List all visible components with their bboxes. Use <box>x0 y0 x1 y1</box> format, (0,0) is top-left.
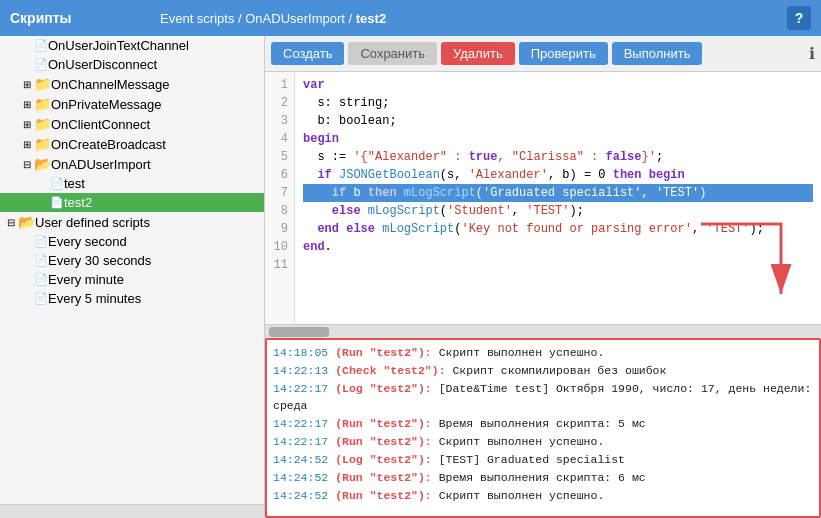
line-number: 11 <box>271 256 288 274</box>
tree-item-label: OnUserDisconnect <box>48 57 157 72</box>
code-line: end else mLogScript('Key not found or pa… <box>303 220 813 238</box>
line-numbers: 1234567891011 <box>265 72 295 324</box>
tree-item-label: OnPrivateMessage <box>51 97 162 112</box>
scrollbar-thumb[interactable] <box>269 327 329 337</box>
log-text: Скрипт скомпилирован без ошибок <box>446 364 667 377</box>
tree-item-onclientconnect[interactable]: ⊞📁 OnClientConnect <box>0 114 264 134</box>
code-scrollbar[interactable] <box>265 324 821 338</box>
line-number: 8 <box>271 202 288 220</box>
tree-item-onchannelmessage[interactable]: ⊞📁 OnChannelMessage <box>0 74 264 94</box>
log-action: (Run "test2"): <box>335 435 432 448</box>
code-line: b: boolean; <box>303 112 813 130</box>
tree-item-onuserjoin[interactable]: 📄 OnUserJoinTextChannel <box>0 36 264 55</box>
toolbar: Создать Сохранить Удалить Проверить Выпо… <box>265 36 821 72</box>
breadcrumb: Event scripts / OnADUserImport / test2 <box>150 11 787 26</box>
line-number: 2 <box>271 94 288 112</box>
tree-item-label: OnUserJoinTextChannel <box>48 38 189 53</box>
folder-icon: 📁 <box>34 96 51 112</box>
folder-icon: 📂 <box>18 214 35 230</box>
log-time: 14:22:13 <box>273 364 328 377</box>
expand-icon[interactable]: ⊞ <box>20 97 34 111</box>
main-layout: 📄 OnUserJoinTextChannel📄 OnUserDisconnec… <box>0 36 821 518</box>
tree-item-label: Every minute <box>48 272 124 287</box>
folder-icon: 📂 <box>34 156 51 172</box>
code-editor[interactable]: 1234567891011 var s: string; b: boolean;… <box>265 72 821 324</box>
tree-item-oncreatebroadcast[interactable]: ⊞📁 OnCreateBroadcast <box>0 134 264 154</box>
log-action: (Run "test2"): <box>335 346 432 359</box>
save-button[interactable]: Сохранить <box>348 42 437 65</box>
create-button[interactable]: Создать <box>271 42 344 65</box>
file-icon: 📄 <box>50 196 64 209</box>
folder-icon: 📁 <box>34 136 51 152</box>
file-icon: 📄 <box>34 235 48 248</box>
file-icon: 📄 <box>34 254 48 267</box>
tree-item-test[interactable]: 📄 test <box>0 174 264 193</box>
folder-icon: 📁 <box>34 76 51 92</box>
file-icon: 📄 <box>34 292 48 305</box>
check-button[interactable]: Проверить <box>519 42 608 65</box>
tree-item-everysecond[interactable]: 📄 Every second <box>0 232 264 251</box>
log-time: 14:22:17 <box>273 382 328 395</box>
code-line: if b then mLogScript('Graduated speciali… <box>303 184 813 202</box>
expand-icon[interactable]: ⊟ <box>20 157 34 171</box>
log-time: 14:22:17 <box>273 417 328 430</box>
expand-icon[interactable]: ⊞ <box>20 77 34 91</box>
line-number: 9 <box>271 220 288 238</box>
help-button[interactable]: ? <box>787 6 811 30</box>
code-line: if JSONGetBoolean(s, 'Alexander', b) = 0… <box>303 166 813 184</box>
code-line: else mLogScript('Student', 'TEST'); <box>303 202 813 220</box>
line-number: 6 <box>271 166 288 184</box>
tree-item-userdefined[interactable]: ⊟📂 User defined scripts <box>0 212 264 232</box>
tree-item-every30[interactable]: 📄 Every 30 seconds <box>0 251 264 270</box>
log-action: (Log "test2"): <box>335 382 432 395</box>
header: Скрипты Event scripts / OnADUserImport /… <box>0 0 821 36</box>
tree-item-onaduserimport[interactable]: ⊟📂 OnADUserImport <box>0 154 264 174</box>
code-content[interactable]: var s: string; b: boolean;begin s := '{"… <box>295 72 821 324</box>
log-line: 14:22:17 (Run "test2"): Скрипт выполнен … <box>273 433 813 451</box>
breadcrumb-current: test2 <box>356 11 386 26</box>
log-text: Время выполнения скрипта: 6 мс <box>432 471 646 484</box>
log-action: (Log "test2"): <box>335 453 432 466</box>
tree-item-label: OnADUserImport <box>51 157 151 172</box>
log-line: 14:24:52 (Run "test2"): Время выполнения… <box>273 469 813 487</box>
tree-item-label: OnChannelMessage <box>51 77 170 92</box>
line-number: 10 <box>271 238 288 256</box>
sidebar: 📄 OnUserJoinTextChannel📄 OnUserDisconnec… <box>0 36 265 518</box>
log-area[interactable]: 14:18:05 (Run "test2"): Скрипт выполнен … <box>265 338 821 518</box>
log-text: Скрипт выполнен успешно. <box>432 435 605 448</box>
log-action: (Run "test2"): <box>335 489 432 502</box>
code-line: s: string; <box>303 94 813 112</box>
folder-icon: 📁 <box>34 116 51 132</box>
code-line: s := '{"Alexander" : true, "Clarissa" : … <box>303 148 813 166</box>
log-text: Время выполнения скрипта: 5 мс <box>432 417 646 430</box>
expand-icon[interactable]: ⊟ <box>4 215 18 229</box>
tree-item-onprivatemessage[interactable]: ⊞📁 OnPrivateMessage <box>0 94 264 114</box>
tree-item-test2[interactable]: 📄 test2 <box>0 193 264 212</box>
delete-button[interactable]: Удалить <box>441 42 515 65</box>
tree: 📄 OnUserJoinTextChannel📄 OnUserDisconnec… <box>0 36 264 308</box>
log-time: 14:24:52 <box>273 453 328 466</box>
tree-scroll[interactable]: 📄 OnUserJoinTextChannel📄 OnUserDisconnec… <box>0 36 264 504</box>
expand-icon[interactable]: ⊞ <box>20 117 34 131</box>
log-time: 14:22:17 <box>273 435 328 448</box>
expand-icon[interactable]: ⊞ <box>20 137 34 151</box>
line-number: 5 <box>271 148 288 166</box>
tree-item-label: Every second <box>48 234 127 249</box>
log-text: Скрипт выполнен успешно. <box>432 489 605 502</box>
tree-item-label: OnClientConnect <box>51 117 150 132</box>
tree-item-every5minutes[interactable]: 📄 Every 5 minutes <box>0 289 264 308</box>
info-icon[interactable]: ℹ <box>809 44 815 63</box>
log-line: 14:22:17 (Run "test2"): Время выполнения… <box>273 415 813 433</box>
tree-item-label: test2 <box>64 195 92 210</box>
breadcrumb-path: Event scripts / OnADUserImport / <box>160 11 356 26</box>
tree-item-label: test <box>64 176 85 191</box>
tree-item-everyminute[interactable]: 📄 Every minute <box>0 270 264 289</box>
tree-item-onuserdisconnect[interactable]: 📄 OnUserDisconnect <box>0 55 264 74</box>
tree-item-label: Every 30 seconds <box>48 253 151 268</box>
log-action: (Run "test2"): <box>335 471 432 484</box>
code-line: begin <box>303 130 813 148</box>
tree-item-label: User defined scripts <box>35 215 150 230</box>
run-button[interactable]: Выполнить <box>612 42 703 65</box>
sidebar-scrollbar[interactable] <box>0 504 264 518</box>
code-line: end. <box>303 238 813 256</box>
